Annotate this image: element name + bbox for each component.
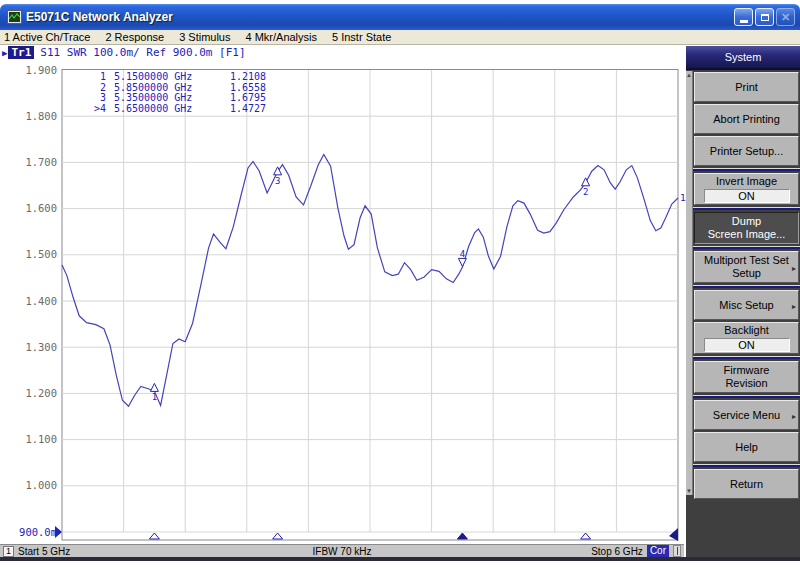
softkey-label: Printer Setup... [710, 145, 783, 158]
marker-number: 1 [86, 72, 106, 83]
marker-table: 15.1500000 GHz1.210825.8500000 GHz1.6558… [86, 72, 266, 114]
softkey-label: Return [730, 478, 763, 491]
y-axis-tick-label: 1.200 [25, 387, 57, 399]
softkey-label: Firmware [724, 364, 770, 377]
y-axis-tick-label: 1.400 [25, 295, 57, 307]
stop-frequency: Stop 6 GHz [591, 546, 643, 557]
minimize-button[interactable] [734, 8, 753, 26]
softkey-label: Abort Printing [713, 113, 780, 126]
status-bar: 1 Start 5 GHz IFBW 70 kHz Stop 6 GHz Cor [0, 544, 684, 557]
softkey-service-menu[interactable]: Service Menu▸ [694, 400, 799, 430]
softkey-dump-screen-image[interactable]: DumpScreen Image... [694, 212, 799, 244]
submenu-arrow-icon: ▸ [792, 262, 796, 275]
y-axis-tick-label: 1.300 [25, 341, 57, 353]
content-area: 1.9001.8001.7001.6001.5001.4001.3001.200… [0, 46, 800, 557]
softkey-separator [686, 285, 800, 288]
softkey-label: Revision [725, 377, 767, 390]
window-bottom-border [0, 557, 800, 561]
softkey-state-value: ON [704, 338, 790, 352]
menu-item-1[interactable]: 1 Active Ch/Trace [4, 31, 90, 43]
softkey-column: SystemPrintAbort PrintingPrinter Setup..… [686, 46, 800, 499]
swr-chart: 1.9001.8001.7001.6001.5001.4001.3001.200… [0, 46, 686, 544]
y-axis-tick-label: 1.700 [25, 156, 57, 168]
restore-icon [761, 14, 769, 21]
softkey-separator [686, 356, 800, 359]
channel-indicator: 1 [3, 546, 14, 557]
marker-value: 1.4727 [230, 104, 266, 115]
softkey-label: Backlight [724, 324, 769, 337]
minimize-icon [740, 20, 748, 23]
marker-frequency: 5.3500000 GHz [114, 93, 218, 104]
marker-frequency: 5.6500000 GHz [114, 104, 218, 115]
marker-frequency: 5.1500000 GHz [114, 72, 218, 83]
marker-number: 3 [86, 93, 106, 104]
marker-glyph-number: 1 [152, 392, 157, 402]
softkey-misc-setup[interactable]: Misc Setup▸ [694, 290, 799, 320]
softkey-separator [686, 246, 800, 249]
marker-row-3: 35.3500000 GHz1.6795 [86, 93, 266, 104]
softkey-label: Misc Setup [719, 299, 773, 312]
marker-glyph-number: 3 [275, 176, 280, 186]
start-frequency: Start 5 GHz [18, 546, 70, 557]
softkey-label: Dump [732, 215, 761, 228]
scroll-up-icon: ▲ [686, 72, 692, 78]
y-axis-tick-label: 1.500 [25, 248, 57, 260]
softkey-label: Setup [732, 267, 761, 280]
marker-row-4: >45.6500000 GHz1.4727 [86, 104, 266, 115]
y-axis-tick-label: 900.0m [19, 526, 57, 538]
status-separator [673, 545, 681, 557]
menu-bar: 1 Active Ch/Trace2 Response3 Stimulus4 M… [0, 30, 800, 45]
close-button: ✕ [776, 8, 795, 26]
marker-glyph-number: 2 [583, 187, 588, 197]
softkey-print[interactable]: Print [694, 72, 799, 102]
submenu-arrow-icon: ▸ [792, 410, 796, 423]
marker-row-1: 15.1500000 GHz1.2108 [86, 72, 266, 83]
menu-item-4[interactable]: 4 Mkr/Analysis [245, 31, 317, 43]
reference-level-icon [55, 526, 62, 538]
marker-value: 1.2108 [230, 72, 266, 83]
title-bar: E5071C Network Analyzer ✕ [0, 4, 800, 30]
scroll-down-icon: ▼ [686, 488, 692, 494]
menu-item-2[interactable]: 2 Response [105, 31, 164, 43]
softkey-multiport-test-set-setup[interactable]: Multiport Test SetSetup▸ [694, 251, 799, 283]
softkey-separator [686, 168, 800, 171]
measurement-area: 1.9001.8001.7001.6001.5001.4001.3001.200… [0, 46, 686, 557]
marker-value: 1.6795 [230, 93, 266, 104]
softkey-label: Service Menu [713, 409, 780, 422]
trace-format-text: S11 SWR 100.0m/ Ref 900.0m [F1] [40, 46, 245, 59]
softkey-separator [686, 395, 800, 398]
softkey-return[interactable]: Return [694, 469, 799, 499]
softkey-separator [686, 207, 800, 210]
submenu-arrow-icon: ▸ [792, 300, 796, 313]
softkey-label: Print [735, 81, 758, 94]
y-axis-tick-label: 1.900 [25, 64, 57, 76]
app-window: E5071C Network Analyzer ✕ 1 Active Ch/Tr… [0, 0, 800, 567]
menu-item-3[interactable]: 3 Stimulus [179, 31, 230, 43]
softkey-menu-title: System [686, 46, 800, 70]
softkey-backlight[interactable]: BacklightON [694, 322, 799, 354]
menu-item-5[interactable]: 5 Instr State [332, 31, 391, 43]
y-axis-tick-label: 1.800 [25, 110, 57, 122]
softkey-help[interactable]: Help [694, 432, 799, 462]
softkey-sidebar: SystemPrintAbort PrintingPrinter Setup..… [686, 46, 800, 557]
softkey-printer-setup[interactable]: Printer Setup... [694, 136, 799, 166]
correction-badge: Cor [647, 545, 669, 557]
y-axis-tick-label: 1.100 [25, 433, 57, 445]
restore-button[interactable] [755, 8, 774, 26]
trace-label[interactable]: Tr1 [8, 46, 34, 59]
softkey-label: Help [735, 441, 758, 454]
ifbw-readout: IFBW 70 kHz [0, 546, 684, 557]
active-trace-icon: ▶ [2, 48, 7, 58]
softkey-invert-image[interactable]: Invert ImageON [694, 173, 799, 205]
close-icon: ✕ [781, 12, 790, 23]
softkey-state-value: ON [704, 189, 790, 203]
softkey-abort-printing[interactable]: Abort Printing [694, 104, 799, 134]
sidebar-scrollbar[interactable]: ▲ ▼ [686, 71, 693, 495]
softkey-firmware-revision[interactable]: FirmwareRevision [694, 361, 799, 393]
y-axis-tick-label: 1.600 [25, 202, 57, 214]
y-axis-tick-label: 1.000 [25, 479, 57, 491]
softkey-label: Multiport Test Set [704, 254, 789, 267]
softkey-separator [686, 464, 800, 467]
marker-number: >4 [86, 104, 106, 115]
app-icon [7, 10, 22, 24]
